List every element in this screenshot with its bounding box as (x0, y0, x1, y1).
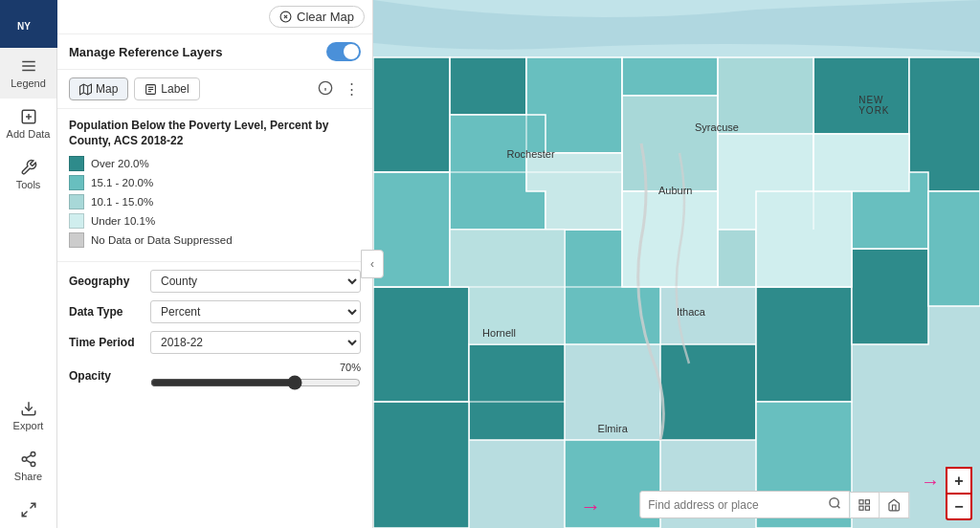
svg-point-10 (22, 457, 27, 462)
opacity-value: 70% (150, 362, 361, 373)
tab-actions: ⋮ (316, 78, 361, 100)
grid-view-button[interactable] (850, 492, 880, 518)
svg-marker-33 (909, 57, 980, 191)
zoom-out-button[interactable]: − (946, 494, 972, 520)
legend-color-no-data (69, 232, 84, 248)
home-button[interactable] (880, 492, 909, 518)
svg-marker-50 (718, 57, 813, 134)
info-button[interactable] (316, 78, 335, 100)
layers-toggle[interactable] (326, 42, 361, 61)
sidebar-item-tools[interactable]: Tools (0, 149, 56, 200)
search-button[interactable] (828, 496, 841, 513)
data-type-label: Data Type (69, 305, 150, 319)
map-area[interactable]: Rochester Syracuse Auburn Ithaca Hornell… (373, 0, 980, 528)
svg-marker-34 (373, 287, 469, 402)
sidebar-item-legend[interactable]: Legend (0, 48, 56, 99)
sidebar-item-fullscreen[interactable] (0, 492, 56, 528)
legend-color-under10 (69, 213, 84, 229)
side-panel: Clear Map Manage Reference Layers Map La… (57, 0, 373, 528)
sidebar: NY Legend Add Data Tools Export Sha (0, 0, 57, 528)
svg-marker-32 (813, 57, 909, 134)
legend-label-15to20: 15.1 - 20.0% (91, 177, 153, 188)
time-period-label: Time Period (69, 336, 150, 349)
tab-label-label: Label (161, 82, 189, 96)
zoom-controls: → + − (946, 467, 972, 520)
more-options-button[interactable]: ⋮ (343, 78, 361, 99)
svg-marker-49 (622, 96, 718, 191)
time-period-select[interactable]: 2018-22 2013-17 2008-12 (150, 331, 361, 354)
legend-title: Population Below the Poverty Level, Perc… (69, 119, 361, 148)
opacity-slider[interactable] (150, 375, 361, 390)
geography-select[interactable]: County State Census Tract (150, 270, 361, 293)
data-type-control: Data Type Percent Count (69, 300, 361, 323)
panel-top-bar: Clear Map (57, 0, 372, 34)
collapse-panel-button[interactable]: ‹ (361, 250, 384, 278)
app-logo: NY (0, 0, 57, 48)
svg-marker-36 (660, 344, 756, 440)
sidebar-item-add-data[interactable]: Add Data (0, 99, 56, 149)
svg-marker-35 (469, 344, 565, 440)
svg-line-13 (26, 455, 31, 458)
svg-line-68 (837, 506, 840, 509)
svg-marker-37 (756, 287, 852, 402)
legend-color-over20 (69, 156, 84, 171)
clear-map-label: Clear Map (297, 10, 354, 24)
geography-control: Geography County State Census Tract (69, 270, 361, 293)
map-background: Rochester Syracuse Auburn Ithaca Hornell… (373, 0, 980, 528)
sidebar-legend-label: Legend (11, 77, 46, 89)
sidebar-tools-label: Tools (16, 179, 41, 190)
panel-header: Manage Reference Layers (57, 34, 372, 70)
svg-rect-70 (865, 499, 869, 503)
sidebar-add-data-label: Add Data (7, 128, 51, 140)
legend-section: Population Below the Poverty Level, Perc… (57, 109, 372, 262)
sidebar-export-label: Export (13, 420, 44, 431)
svg-rect-72 (859, 506, 863, 510)
svg-line-12 (26, 460, 31, 463)
tab-map[interactable]: Map (69, 77, 128, 100)
tab-label[interactable]: Label (134, 77, 199, 100)
svg-line-14 (30, 503, 34, 508)
legend-color-10to15 (69, 194, 84, 209)
svg-marker-31 (450, 57, 526, 115)
clear-icon (279, 11, 292, 23)
opacity-label: Opacity (69, 369, 150, 383)
legend-label-over20: Over 20.0% (91, 158, 149, 169)
controls-section: Geography County State Census Tract Data… (57, 262, 372, 406)
svg-marker-42 (373, 172, 450, 287)
svg-marker-55 (622, 191, 718, 287)
zoom-in-button[interactable]: + (946, 467, 972, 494)
legend-color-15to20 (69, 175, 84, 190)
opacity-slider-wrap: 70% (150, 362, 361, 390)
legend-item-10to15: 10.1 - 15.0% (69, 194, 361, 209)
legend-label-under10: Under 10.1% (91, 215, 155, 227)
svg-marker-41 (622, 57, 718, 96)
map-bottom-bar: → (618, 491, 909, 518)
sidebar-bottom: Export Share (0, 390, 56, 528)
svg-marker-19 (80, 84, 92, 95)
search-input-wrap (639, 491, 850, 518)
legend-item-no-data: No Data or Data Suppressed (69, 232, 361, 248)
map-label-tabs: Map Label ⋮ (57, 70, 372, 109)
geography-label: Geography (69, 275, 150, 288)
sidebar-share-label: Share (14, 471, 42, 482)
sidebar-item-export[interactable]: Export (0, 390, 56, 441)
svg-rect-69 (859, 499, 863, 503)
svg-point-9 (31, 452, 35, 457)
opacity-control: Opacity 70% (69, 362, 361, 390)
svg-marker-38 (852, 249, 928, 344)
data-type-select[interactable]: Percent Count (150, 300, 361, 323)
svg-line-15 (22, 512, 27, 517)
svg-marker-30 (373, 57, 450, 172)
svg-point-11 (31, 462, 35, 467)
legend-label-no-data: No Data or Data Suppressed (91, 234, 233, 246)
legend-item-15to20: 15.1 - 20.0% (69, 175, 361, 190)
search-input[interactable] (648, 498, 828, 512)
time-period-control: Time Period 2018-22 2013-17 2008-12 (69, 331, 361, 354)
sidebar-item-share[interactable]: Share (0, 441, 56, 492)
legend-item-over20: Over 20.0% (69, 156, 361, 171)
map-svg (373, 0, 980, 528)
clear-map-button[interactable]: Clear Map (269, 6, 365, 28)
svg-marker-57 (813, 134, 909, 191)
svg-point-67 (830, 498, 838, 507)
svg-rect-71 (865, 506, 869, 510)
